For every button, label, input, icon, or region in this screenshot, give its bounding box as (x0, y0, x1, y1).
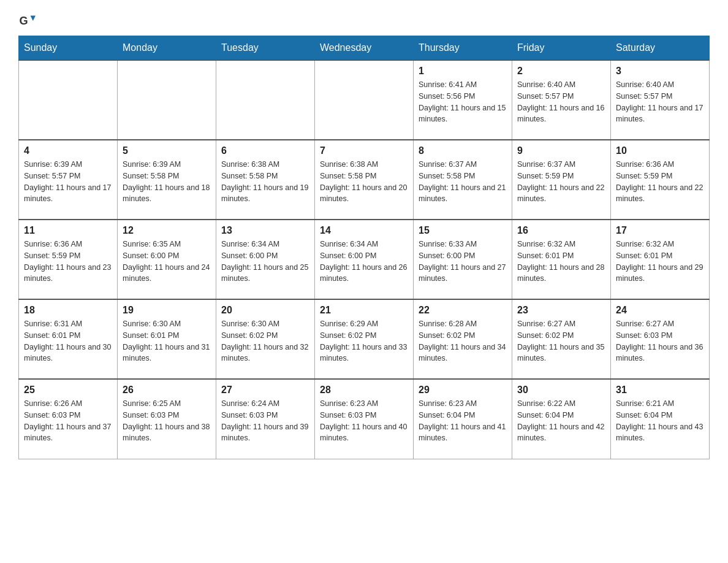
calendar-day-cell: 11Sunrise: 6:36 AMSunset: 5:59 PMDayligh… (19, 220, 118, 299)
day-info: Sunrise: 6:27 AMSunset: 6:02 PMDaylight:… (517, 318, 605, 364)
day-number: 31 (616, 385, 704, 396)
calendar-week-row: 1Sunrise: 6:41 AMSunset: 5:56 PMDaylight… (19, 60, 710, 140)
day-info: Sunrise: 6:28 AMSunset: 6:02 PMDaylight:… (419, 318, 507, 364)
calendar-day-cell: 31Sunrise: 6:21 AMSunset: 6:04 PMDayligh… (611, 379, 710, 459)
day-info: Sunrise: 6:30 AMSunset: 6:02 PMDaylight:… (221, 318, 309, 364)
day-info: Sunrise: 6:22 AMSunset: 6:04 PMDaylight:… (517, 398, 605, 444)
day-number: 4 (24, 145, 112, 156)
day-info: Sunrise: 6:35 AMSunset: 6:00 PMDaylight:… (123, 239, 211, 285)
calendar-day-cell: 4Sunrise: 6:39 AMSunset: 5:57 PMDaylight… (19, 140, 118, 220)
svg-marker-1 (31, 16, 36, 21)
day-number: 26 (123, 385, 211, 396)
day-info: Sunrise: 6:29 AMSunset: 6:02 PMDaylight:… (320, 318, 408, 364)
calendar-week-row: 18Sunrise: 6:31 AMSunset: 6:01 PMDayligh… (19, 299, 710, 379)
day-number: 15 (419, 225, 507, 236)
day-number: 1 (419, 66, 507, 77)
day-info: Sunrise: 6:40 AMSunset: 5:57 PMDaylight:… (616, 79, 704, 125)
day-info: Sunrise: 6:24 AMSunset: 6:03 PMDaylight:… (221, 398, 309, 444)
day-number: 20 (221, 305, 309, 316)
day-number: 22 (419, 305, 507, 316)
calendar-header-row: SundayMondayTuesdayWednesdayThursdayFrid… (19, 36, 710, 61)
day-info: Sunrise: 6:27 AMSunset: 6:03 PMDaylight:… (616, 318, 704, 364)
day-number: 24 (616, 305, 704, 316)
page-header: G (18, 12, 710, 29)
day-number: 16 (517, 225, 605, 236)
day-number: 17 (616, 225, 704, 236)
day-info: Sunrise: 6:36 AMSunset: 5:59 PMDaylight:… (616, 159, 704, 205)
day-of-week-header: Sunday (19, 36, 118, 61)
day-info: Sunrise: 6:37 AMSunset: 5:59 PMDaylight:… (517, 159, 605, 205)
day-of-week-header: Monday (118, 36, 216, 61)
day-number: 3 (616, 66, 704, 77)
day-number: 2 (517, 66, 605, 77)
calendar-day-cell: 13Sunrise: 6:34 AMSunset: 6:00 PMDayligh… (216, 220, 315, 299)
day-info: Sunrise: 6:23 AMSunset: 6:04 PMDaylight:… (419, 398, 507, 444)
day-number: 18 (24, 305, 112, 316)
calendar-day-cell: 7Sunrise: 6:38 AMSunset: 5:58 PMDaylight… (315, 140, 414, 220)
logo-icon: G (18, 12, 36, 29)
calendar-day-cell (216, 60, 315, 140)
svg-text:G: G (19, 15, 28, 27)
calendar-day-cell: 8Sunrise: 6:37 AMSunset: 5:58 PMDaylight… (414, 140, 512, 220)
calendar-day-cell: 25Sunrise: 6:26 AMSunset: 6:03 PMDayligh… (19, 379, 118, 459)
day-info: Sunrise: 6:31 AMSunset: 6:01 PMDaylight:… (24, 318, 112, 364)
calendar-day-cell: 29Sunrise: 6:23 AMSunset: 6:04 PMDayligh… (414, 379, 512, 459)
calendar-day-cell: 6Sunrise: 6:38 AMSunset: 5:58 PMDaylight… (216, 140, 315, 220)
day-number: 14 (320, 225, 408, 236)
calendar-day-cell: 5Sunrise: 6:39 AMSunset: 5:58 PMDaylight… (118, 140, 216, 220)
day-info: Sunrise: 6:25 AMSunset: 6:03 PMDaylight:… (123, 398, 211, 444)
day-info: Sunrise: 6:32 AMSunset: 6:01 PMDaylight:… (517, 239, 605, 285)
day-info: Sunrise: 6:26 AMSunset: 6:03 PMDaylight:… (24, 398, 112, 444)
day-info: Sunrise: 6:36 AMSunset: 5:59 PMDaylight:… (24, 239, 112, 285)
calendar-day-cell: 9Sunrise: 6:37 AMSunset: 5:59 PMDaylight… (512, 140, 611, 220)
day-number: 7 (320, 145, 408, 156)
day-info: Sunrise: 6:39 AMSunset: 5:58 PMDaylight:… (123, 159, 211, 205)
calendar-day-cell: 15Sunrise: 6:33 AMSunset: 6:00 PMDayligh… (414, 220, 512, 299)
day-info: Sunrise: 6:30 AMSunset: 6:01 PMDaylight:… (123, 318, 211, 364)
day-of-week-header: Friday (512, 36, 611, 61)
day-of-week-header: Wednesday (315, 36, 414, 61)
logo: G (18, 12, 38, 29)
calendar-day-cell: 3Sunrise: 6:40 AMSunset: 5:57 PMDaylight… (611, 60, 710, 140)
calendar-day-cell: 27Sunrise: 6:24 AMSunset: 6:03 PMDayligh… (216, 379, 315, 459)
day-number: 19 (123, 305, 211, 316)
day-info: Sunrise: 6:37 AMSunset: 5:58 PMDaylight:… (419, 159, 507, 205)
calendar-day-cell: 22Sunrise: 6:28 AMSunset: 6:02 PMDayligh… (414, 299, 512, 379)
calendar-day-cell: 16Sunrise: 6:32 AMSunset: 6:01 PMDayligh… (512, 220, 611, 299)
day-number: 13 (221, 225, 309, 236)
calendar-day-cell: 30Sunrise: 6:22 AMSunset: 6:04 PMDayligh… (512, 379, 611, 459)
day-info: Sunrise: 6:41 AMSunset: 5:56 PMDaylight:… (419, 79, 507, 125)
day-info: Sunrise: 6:38 AMSunset: 5:58 PMDaylight:… (320, 159, 408, 205)
calendar-week-row: 11Sunrise: 6:36 AMSunset: 5:59 PMDayligh… (19, 220, 710, 299)
day-number: 12 (123, 225, 211, 236)
calendar-day-cell: 19Sunrise: 6:30 AMSunset: 6:01 PMDayligh… (118, 299, 216, 379)
calendar-day-cell: 26Sunrise: 6:25 AMSunset: 6:03 PMDayligh… (118, 379, 216, 459)
day-info: Sunrise: 6:32 AMSunset: 6:01 PMDaylight:… (616, 239, 704, 285)
day-number: 6 (221, 145, 309, 156)
day-number: 11 (24, 225, 112, 236)
day-number: 9 (517, 145, 605, 156)
calendar-week-row: 25Sunrise: 6:26 AMSunset: 6:03 PMDayligh… (19, 379, 710, 459)
day-info: Sunrise: 6:23 AMSunset: 6:03 PMDaylight:… (320, 398, 408, 444)
calendar-day-cell: 23Sunrise: 6:27 AMSunset: 6:02 PMDayligh… (512, 299, 611, 379)
calendar-day-cell (315, 60, 414, 140)
day-info: Sunrise: 6:38 AMSunset: 5:58 PMDaylight:… (221, 159, 309, 205)
day-number: 21 (320, 305, 408, 316)
day-number: 25 (24, 385, 112, 396)
day-number: 8 (419, 145, 507, 156)
calendar-day-cell: 1Sunrise: 6:41 AMSunset: 5:56 PMDaylight… (414, 60, 512, 140)
day-number: 29 (419, 385, 507, 396)
day-of-week-header: Thursday (414, 36, 512, 61)
day-number: 28 (320, 385, 408, 396)
day-info: Sunrise: 6:34 AMSunset: 6:00 PMDaylight:… (221, 239, 309, 285)
day-info: Sunrise: 6:34 AMSunset: 6:00 PMDaylight:… (320, 239, 408, 285)
calendar-day-cell: 17Sunrise: 6:32 AMSunset: 6:01 PMDayligh… (611, 220, 710, 299)
day-number: 5 (123, 145, 211, 156)
calendar-day-cell: 18Sunrise: 6:31 AMSunset: 6:01 PMDayligh… (19, 299, 118, 379)
calendar-day-cell (19, 60, 118, 140)
day-number: 27 (221, 385, 309, 396)
day-of-week-header: Tuesday (216, 36, 315, 61)
day-info: Sunrise: 6:33 AMSunset: 6:00 PMDaylight:… (419, 239, 507, 285)
calendar-week-row: 4Sunrise: 6:39 AMSunset: 5:57 PMDaylight… (19, 140, 710, 220)
calendar-day-cell: 14Sunrise: 6:34 AMSunset: 6:00 PMDayligh… (315, 220, 414, 299)
